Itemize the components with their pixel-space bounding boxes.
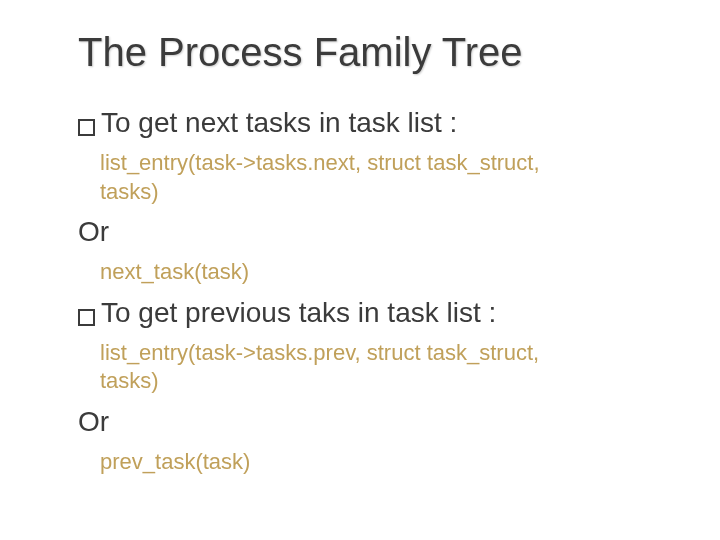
code-line: list_entry(task->tasks.prev, struct task… [100,339,660,368]
bullet-square-icon [78,309,95,326]
bullet-text-2: To get previous taks in task list : [101,297,496,329]
code-line: next_task(task) [100,258,660,287]
bullet-text-1: To get next tasks in task list : [101,107,457,139]
code-line: prev_task(task) [100,448,660,477]
code-line: tasks) [100,178,660,207]
code-line: list_entry(task->tasks.next, struct task… [100,149,660,178]
slide-title: The Process Family Tree [78,30,660,75]
or-label-2: Or [78,406,660,438]
code-block-1b: next_task(task) [100,258,660,287]
slide: The Process Family Tree To get next task… [0,0,720,540]
or-label-1: Or [78,216,660,248]
bullet-row-2: To get previous taks in task list : [78,297,660,329]
code-block-1a: list_entry(task->tasks.next, struct task… [100,149,660,206]
code-line: tasks) [100,367,660,396]
code-block-2a: list_entry(task->tasks.prev, struct task… [100,339,660,396]
bullet-square-icon [78,119,95,136]
code-block-2b: prev_task(task) [100,448,660,477]
bullet-row-1: To get next tasks in task list : [78,107,660,139]
